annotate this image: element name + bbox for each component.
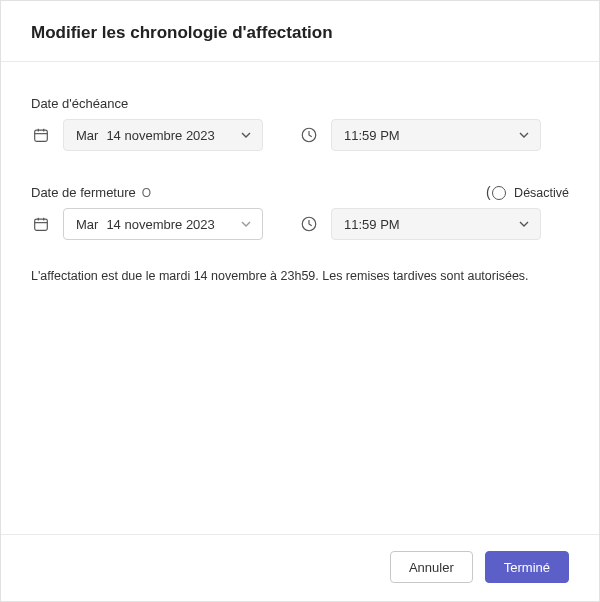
due-date-section: Date d'échéance Mar 14 novembre 2023 <box>31 96 569 151</box>
chevron-down-icon <box>238 129 254 141</box>
close-time-picker[interactable]: 11:59 PM <box>331 208 541 240</box>
modal-title: Modifier les chronologie d'affectation <box>31 23 569 43</box>
due-date-picker[interactable]: Mar 14 novembre 2023 <box>63 119 263 151</box>
svg-rect-0 <box>35 130 48 141</box>
close-time-value: 11:59 PM <box>344 217 516 232</box>
calendar-icon <box>31 125 51 145</box>
close-date-label: Date de fermeture <box>31 185 136 200</box>
chevron-down-icon <box>516 218 532 230</box>
toggle-off-icon <box>492 186 506 200</box>
modal-footer: Annuler Terminé <box>1 534 599 601</box>
close-date-section: Date de fermeture O Désactivé <box>31 185 569 240</box>
done-button[interactable]: Terminé <box>485 551 569 583</box>
close-date-toggle-label: Désactivé <box>514 186 569 200</box>
due-date-value: 14 novembre 2023 <box>106 128 214 143</box>
close-date-prefix: Mar <box>76 217 98 232</box>
close-date-picker[interactable]: Mar 14 novembre 2023 <box>63 208 263 240</box>
due-time-value: 11:59 PM <box>344 128 516 143</box>
clock-icon <box>299 125 319 145</box>
cancel-button[interactable]: Annuler <box>390 551 473 583</box>
svg-rect-5 <box>35 219 48 230</box>
timeline-description: L'affectation est due le mardi 14 novemb… <box>31 268 569 286</box>
chevron-down-icon <box>516 129 532 141</box>
due-time-picker[interactable]: 11:59 PM <box>331 119 541 151</box>
due-date-field-row: Mar 14 novembre 2023 11:59 PM <box>31 119 569 151</box>
chevron-down-icon <box>238 218 254 230</box>
info-icon[interactable]: O <box>142 186 151 200</box>
modal-header: Modifier les chronologie d'affectation <box>1 1 599 62</box>
due-date-label-row: Date d'échéance <box>31 96 569 111</box>
close-date-label-row: Date de fermeture O Désactivé <box>31 185 569 200</box>
edit-timeline-modal: Modifier les chronologie d'affectation D… <box>0 0 600 602</box>
calendar-icon <box>31 214 51 234</box>
modal-content: Date d'échéance Mar 14 novembre 2023 <box>1 62 599 534</box>
close-date-toggle[interactable]: Désactivé <box>492 186 569 200</box>
clock-icon <box>299 214 319 234</box>
due-date-label: Date d'échéance <box>31 96 128 111</box>
due-date-prefix: Mar <box>76 128 98 143</box>
close-date-field-row: Mar 14 novembre 2023 11:59 PM <box>31 208 569 240</box>
close-date-value: 14 novembre 2023 <box>106 217 214 232</box>
